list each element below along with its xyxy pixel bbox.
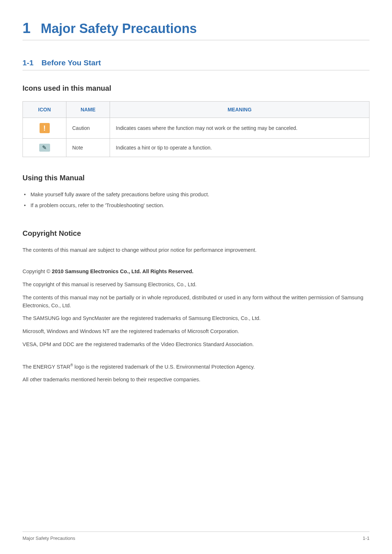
th-name: NAME [66,102,110,118]
copyright-prefix: Copyright © [23,268,52,274]
icons-used-heading: Icons used in this manual [23,84,369,93]
using-manual-heading: Using this Manual [23,174,369,182]
registered-icon: ® [70,363,73,367]
note-icon: ✎ [39,144,50,152]
copyright-intro: The contents of this manual are subject … [23,246,369,254]
chapter-number: 1 [23,20,30,36]
trademark-para: Microsoft, Windows and Windows NT are th… [23,328,369,336]
energy-star-post: logo is the registered trademark of the … [73,364,255,369]
section-number: 1-1 [23,58,33,67]
trademark-para: The SAMSUNG logo and SyncMaster are the … [23,315,369,323]
cell-meaning: Indicates cases where the function may n… [110,118,369,139]
cell-meaning: Indicates a hint or tip to operate a fun… [110,139,369,157]
copyright-notice-heading: Copyright Notice [23,229,369,238]
list-item: If a problem occurs, refer to the 'Troub… [23,202,369,210]
cell-name: Caution [66,118,110,139]
trademark-para: VESA, DPM and DDC are the registered tra… [23,341,369,349]
energy-star-para: The ENERGY STAR® logo is the registered … [23,362,369,371]
trademark-para: All other trademarks mentioned herein be… [23,376,369,384]
copyright-para: The contents of this manual may not be p… [23,294,369,310]
table-row: ! Caution Indicates cases where the func… [23,118,369,139]
table-header-row: ICON NAME MEANING [23,102,369,118]
table-row: ✎ Note Indicates a hint or tip to operat… [23,139,369,157]
copyright-para: The copyright of this manual is reserved… [23,281,369,289]
copyright-line: Copyright © 2010 Samsung Electronics Co.… [23,268,369,276]
section-title: Before You Start [41,58,101,67]
cell-name: Note [66,139,110,157]
chapter-title: Major Safety Precautions [41,21,197,36]
cell-icon: ! [23,118,66,139]
using-manual-list: Make yourself fully aware of the safety … [23,191,369,213]
chapter-header: 1 Major Safety Precautions [23,20,369,40]
page: 1 Major Safety Precautions 1-1 Before Yo… [0,0,392,554]
icons-table: ICON NAME MEANING ! Caution Indicates ca… [23,101,369,157]
cell-icon: ✎ [23,139,66,157]
caution-icon: ! [40,123,50,133]
section-header: 1-1 Before You Start [23,58,369,70]
th-meaning: MEANING [110,102,369,118]
footer-left: Major Safety Precautions [23,535,75,541]
page-footer: Major Safety Precautions 1-1 [23,532,369,541]
copyright-bold: 2010 Samsung Electronics Co., Ltd. All R… [52,268,193,274]
energy-star-pre: The ENERGY STAR [23,364,70,369]
footer-right: 1-1 [363,535,369,541]
th-icon: ICON [23,102,66,118]
list-item: Make yourself fully aware of the safety … [23,191,369,199]
